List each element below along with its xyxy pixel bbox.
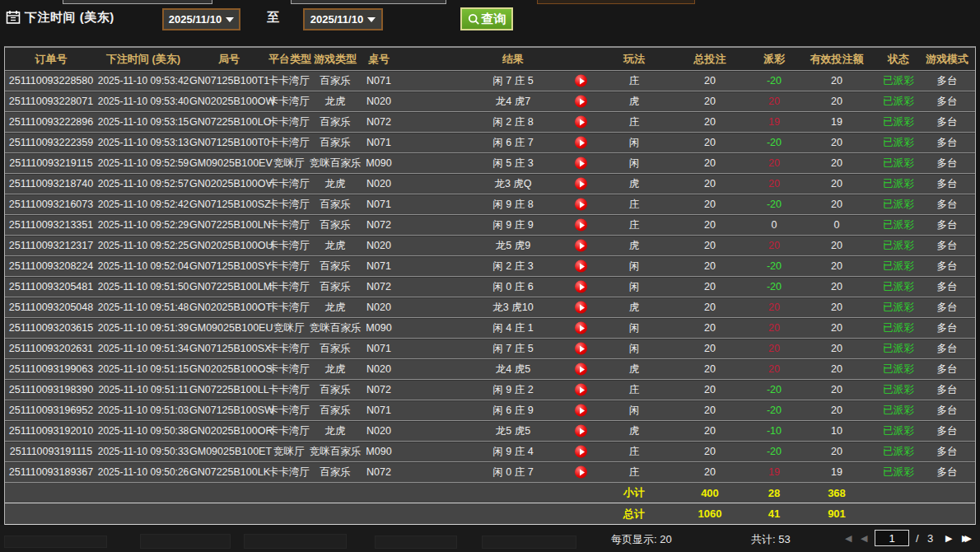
status-badge: 已派彩	[878, 280, 919, 294]
subtotal-label: 小计	[601, 485, 667, 500]
play-video-icon[interactable]	[575, 157, 587, 170]
play-video-icon[interactable]	[575, 343, 587, 355]
table-row: 251110093205481 2025-11-10 09:51:50 GN07…	[5, 277, 975, 297]
status-badge: 已派彩	[878, 198, 919, 212]
play-video-icon[interactable]	[575, 322, 587, 334]
table-body: 251110093228580 2025-11-10 09:53:42 GN07…	[5, 71, 975, 483]
table-number: N071	[361, 405, 397, 416]
grand-total-row: 总计 1060 41 901	[5, 503, 975, 526]
play-video-icon[interactable]	[575, 116, 587, 129]
first-page-icon[interactable]: ◀	[845, 532, 852, 544]
round-number: GN07225B100LL	[189, 384, 268, 395]
status-badge: 已派彩	[878, 218, 919, 232]
total-bet: 20	[667, 405, 753, 416]
bet-time: 2025-11-10 09:53:42	[97, 75, 189, 87]
col-header-round: 局号	[189, 52, 268, 67]
play-video-icon[interactable]	[575, 425, 587, 437]
date-from-select[interactable]: 2025/11/10	[162, 8, 240, 30]
game-type: 百家乐	[310, 198, 361, 212]
round-number: GN07225B100LN	[189, 219, 268, 231]
play-type: 闲	[601, 280, 667, 294]
play-video-icon[interactable]	[575, 137, 587, 149]
total-bet: 20	[667, 322, 753, 334]
bet-time: 2025-11-10 09:52:25	[97, 240, 189, 251]
search-button[interactable]: 查询	[460, 7, 513, 30]
play-video-icon[interactable]	[575, 260, 587, 273]
result-text: 闲 0 庄 7	[492, 466, 533, 478]
game-type: 百家乐	[310, 136, 361, 150]
play-video-icon[interactable]	[575, 384, 587, 396]
grand-total-bet: 1060	[667, 508, 753, 520]
platform-type: 卡卡湾厅	[268, 301, 310, 315]
platform-type: 卡卡湾厅	[268, 363, 310, 377]
play-video-icon[interactable]	[575, 405, 587, 417]
play-video-icon[interactable]	[575, 178, 587, 190]
table-row: 251110093219115 2025-11-10 09:52:59 GM09…	[5, 153, 975, 174]
valid-bet: 20	[796, 363, 878, 375]
subtotal-payout: 28	[753, 487, 796, 499]
cutoff-input-2	[291, 0, 446, 4]
col-header-payout: 派彩	[753, 52, 796, 67]
table-number: M090	[361, 322, 397, 334]
payout: -20	[753, 260, 796, 272]
status-badge: 已派彩	[878, 239, 919, 253]
page-number-input[interactable]	[875, 530, 909, 546]
play-video-icon[interactable]	[575, 363, 587, 376]
play-type: 庄	[601, 218, 667, 232]
game-type: 百家乐	[310, 218, 361, 232]
total-bet: 20	[667, 343, 753, 354]
order-number: 251110093202631	[5, 343, 97, 354]
col-header-table-no: 桌号	[361, 52, 397, 67]
bet-time: 2025-11-10 09:52:57	[97, 178, 189, 189]
bet-time: 2025-11-10 09:51:39	[97, 322, 189, 334]
grand-total-valid-bet: 901	[796, 508, 878, 520]
result-text: 闲 6 庄 9	[492, 405, 533, 416]
play-type: 闲	[601, 136, 667, 150]
play-video-icon[interactable]	[575, 466, 587, 479]
round-number: GN07125B100SW	[189, 405, 268, 416]
platform-type: 卡卡湾厅	[268, 404, 310, 418]
platform-type: 卡卡湾厅	[268, 95, 310, 109]
table-number: N020	[361, 240, 397, 251]
result-text: 闲 5 庄 3	[492, 157, 533, 169]
play-video-icon[interactable]	[575, 240, 587, 252]
prev-page-icon[interactable]: ◀	[861, 532, 867, 544]
round-number: GN07225B100LO	[189, 116, 268, 128]
status-badge: 已派彩	[878, 342, 919, 356]
valid-bet: 10	[796, 425, 878, 437]
result-text: 闲 4 庄 1	[492, 322, 533, 334]
game-mode: 多台	[919, 424, 975, 438]
play-video-icon[interactable]	[575, 302, 587, 314]
valid-bet: 20	[796, 75, 878, 87]
payout: 20	[753, 178, 796, 189]
play-type: 庄	[601, 383, 667, 397]
play-video-icon[interactable]	[575, 199, 587, 211]
last-page-icon[interactable]: ▶▶	[962, 532, 972, 544]
result-text: 龙3 虎10	[492, 302, 533, 313]
status-badge: 已派彩	[878, 74, 919, 88]
play-video-icon[interactable]	[575, 219, 587, 232]
result-cell: 闲 9 庄 9	[397, 218, 601, 232]
result-cell: 闲 2 庄 8	[397, 115, 601, 129]
total-bet: 20	[667, 178, 753, 189]
next-page-icon[interactable]: ▶	[945, 532, 952, 544]
result-text: 闲 9 庄 4	[492, 446, 533, 457]
col-header-order: 订单号	[5, 52, 97, 67]
play-video-icon[interactable]	[575, 281, 587, 293]
result-text: 龙5 虎9	[496, 240, 530, 251]
play-video-icon[interactable]	[575, 446, 587, 458]
status-badge: 已派彩	[878, 404, 919, 418]
result-cell: 龙3 虎Q	[397, 177, 601, 191]
table-number: M090	[361, 446, 397, 457]
total-count-value: 53	[778, 533, 790, 545]
status-badge: 已派彩	[878, 177, 919, 191]
date-to-select[interactable]: 2025/11/10	[303, 8, 383, 30]
payout: 20	[753, 157, 796, 169]
play-video-icon[interactable]	[575, 75, 587, 87]
play-video-icon[interactable]	[575, 96, 587, 108]
play-type: 虎	[601, 301, 667, 315]
platform-type: 卡卡湾厅	[268, 239, 310, 253]
status-badge: 已派彩	[878, 115, 919, 129]
bet-time: 2025-11-10 09:50:26	[97, 466, 189, 478]
total-bet: 20	[667, 240, 753, 251]
